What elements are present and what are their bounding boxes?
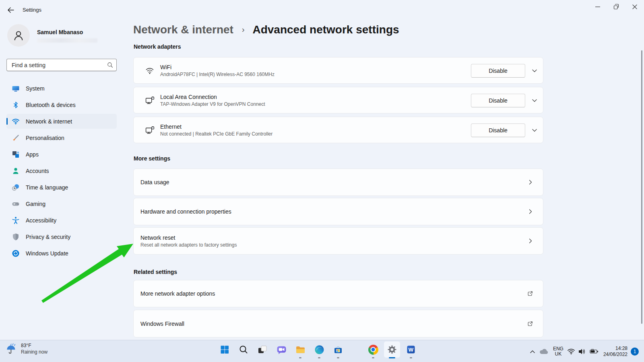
tray-date: 24/06/2022	[603, 352, 627, 357]
section-label-more-settings: More settings	[134, 155, 170, 162]
minimize-button[interactable]	[588, 0, 607, 14]
settings-button[interactable]	[384, 341, 400, 358]
taskbar-spacer	[349, 341, 362, 358]
settings-window: Settings Samuel Mbanaso System Bluetooth…	[0, 0, 644, 362]
accessibility-icon	[12, 216, 20, 224]
row-hardware-connection-properties[interactable]: Hardware and connection properties	[133, 198, 543, 225]
person-icon	[12, 29, 25, 41]
sidebar-item-label: Time & language	[26, 184, 68, 191]
close-button[interactable]	[625, 0, 644, 14]
time-language-icon	[12, 183, 20, 191]
restore-icon	[612, 3, 620, 11]
language-indicator[interactable]: ENGUK	[553, 346, 564, 357]
sidebar-nav: System Bluetooth & devices Network & int…	[6, 81, 117, 262]
weather-widget[interactable]: 83°F Raining now	[6, 343, 47, 355]
adapter-name: Local Area Connection	[160, 94, 265, 100]
language-code: ENG	[553, 346, 564, 352]
region-code: UK	[555, 351, 562, 357]
back-arrow-icon	[7, 6, 15, 14]
breadcrumb-separator: ›	[242, 25, 245, 34]
selected-accent-bar	[6, 118, 8, 125]
window-controls	[588, 0, 644, 14]
row-more-network-adapter-options[interactable]: More network adapter options	[133, 280, 543, 307]
network-icon	[12, 117, 20, 125]
disable-button[interactable]: Disable	[471, 64, 525, 78]
search-icon	[107, 62, 113, 68]
chrome-button[interactable]	[365, 341, 381, 358]
chevron-right-icon	[528, 179, 533, 185]
back-button[interactable]	[5, 4, 17, 16]
avatar	[7, 24, 30, 47]
user-profile[interactable]: Samuel Mbanaso	[7, 24, 30, 47]
section-label-related-settings: Related settings	[134, 269, 177, 275]
accounts-icon	[12, 167, 20, 175]
file-explorer-button[interactable]	[292, 341, 308, 358]
sidebar-item-time-language[interactable]: Time & language	[6, 180, 117, 195]
word-button[interactable]: W	[403, 341, 419, 358]
tray-time: 14:28	[615, 346, 627, 351]
sidebar-item-personalisation[interactable]: Personalisation	[6, 130, 117, 145]
chat-button[interactable]	[273, 341, 289, 358]
tray-battery-icon[interactable]	[590, 348, 599, 355]
notification-badge[interactable]: 1	[631, 348, 639, 356]
adapter-card-ethernet: Ethernet Not connected | Realtek PCIe Gb…	[133, 117, 543, 143]
sidebar-item-system[interactable]: System	[6, 81, 117, 96]
sidebar-item-label: Network & internet	[26, 118, 72, 125]
chevron-down-icon[interactable]	[532, 98, 537, 105]
row-network-reset[interactable]: Network reset Reset all network adapters…	[133, 227, 543, 255]
adapter-description: TAP-Windows Adapter V9 for OpenVPN Conne…	[160, 101, 265, 107]
user-name: Samuel Mbanaso	[37, 29, 126, 35]
tray-volume-icon[interactable]	[578, 348, 586, 355]
chevron-right-icon	[528, 209, 533, 214]
store-button[interactable]	[330, 341, 346, 358]
edge-icon	[314, 345, 324, 355]
ethernet-adapter-icon	[145, 96, 155, 105]
umbrella-rain-icon	[6, 343, 18, 355]
gear-icon	[387, 344, 397, 355]
window-title: Settings	[23, 7, 41, 13]
search-input[interactable]	[6, 59, 117, 71]
row-windows-firewall[interactable]: Windows Firewall	[133, 310, 543, 337]
sidebar-item-bluetooth-devices[interactable]: Bluetooth & devices	[6, 97, 117, 112]
sidebar-item-apps[interactable]: Apps	[6, 147, 117, 162]
adapter-description: Not connected | Realtek PCIe GbE Family …	[160, 131, 272, 137]
sidebar-item-accessibility[interactable]: Accessibility	[6, 213, 117, 228]
sidebar-item-gaming[interactable]: Gaming	[6, 196, 117, 211]
tray-chevron-up-icon[interactable]	[529, 349, 536, 354]
taskbar-apps: W	[217, 341, 419, 358]
edge-button[interactable]	[311, 341, 327, 358]
adapter-description: AndroidAP78FC | Intel(R) Wireless-AC 956…	[160, 72, 275, 77]
search-box	[6, 59, 117, 71]
breadcrumb-parent[interactable]: Network & internet	[133, 23, 233, 36]
page-title: Advanced network settings	[252, 23, 399, 36]
sidebar-item-privacy-security[interactable]: Privacy & security	[6, 229, 117, 244]
disable-button[interactable]: Disable	[471, 123, 525, 137]
wifi-adapter-icon	[145, 67, 155, 74]
chevron-down-icon[interactable]	[532, 68, 537, 75]
windows-logo-icon	[220, 345, 229, 354]
sidebar-item-windows-update[interactable]: Windows Update	[6, 246, 117, 261]
weather-condition: Raining now	[21, 349, 47, 355]
disable-button[interactable]: Disable	[471, 94, 525, 107]
row-description: Reset all network adapters to factory se…	[140, 242, 237, 248]
sidebar-item-network-internet[interactable]: Network & internet	[6, 114, 117, 129]
svg-text:W: W	[409, 347, 414, 353]
chevron-down-icon[interactable]	[532, 128, 537, 135]
bluetooth-icon	[12, 101, 20, 109]
row-label: Windows Firewall	[140, 321, 184, 327]
tray-clock[interactable]: 14:2824/06/2022	[603, 346, 627, 358]
restore-button[interactable]	[607, 0, 625, 14]
sidebar-item-label: Accessibility	[26, 217, 56, 224]
row-data-usage[interactable]: Data usage	[133, 169, 543, 196]
sidebar-item-accounts[interactable]: Accounts	[6, 163, 117, 178]
task-view-button[interactable]	[254, 341, 270, 358]
word-icon: W	[406, 345, 416, 354]
section-label-network-adapters: Network adapters	[134, 43, 181, 50]
tray-wifi-icon[interactable]	[567, 348, 575, 355]
start-button[interactable]	[217, 341, 233, 358]
sidebar-item-label: Accounts	[26, 168, 49, 174]
taskbar-search-button[interactable]	[235, 341, 252, 358]
scrollbar-thumb[interactable]	[641, 50, 642, 324]
external-link-icon	[527, 321, 533, 327]
onedrive-cloud-icon[interactable]	[539, 348, 549, 355]
